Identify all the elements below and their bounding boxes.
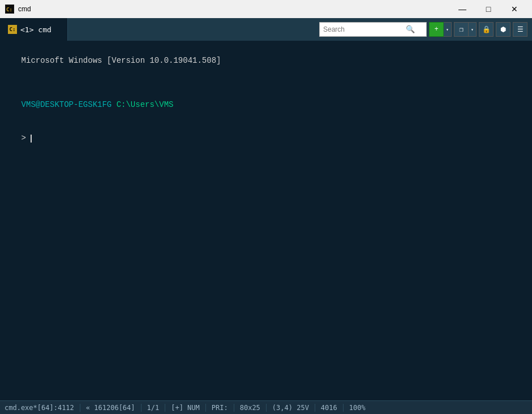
- status-file: cmd.exe*[64]:4112: [5, 404, 80, 412]
- status-mem: 4016: [315, 404, 344, 412]
- add-tab-button[interactable]: +: [429, 22, 444, 37]
- terminal-cursor: [31, 135, 32, 143]
- title-bar: C: cmd — □ ✕: [0, 0, 532, 18]
- add-tab-dropdown[interactable]: ▾: [444, 22, 452, 37]
- search-input[interactable]: [323, 25, 402, 33]
- line-input: >: [2, 122, 530, 155]
- status-zoom: 100%: [344, 404, 371, 412]
- search-icon: 🔍: [405, 24, 416, 35]
- status-bar: cmd.exe*[64]:4112 « 161206[64] 1/1 [+] N…: [0, 400, 532, 414]
- tab-spacer: [68, 18, 315, 41]
- close-button[interactable]: ✕: [501, 0, 527, 18]
- minimize-button[interactable]: —: [449, 0, 475, 18]
- split-panel-button[interactable]: ⬢: [496, 22, 510, 37]
- status-size: 80x25: [234, 404, 267, 412]
- terminal-body[interactable]: Microsoft Windows [Version 10.0.19041.50…: [0, 41, 532, 400]
- tab-cmd[interactable]: C: <1> cmd: [0, 18, 68, 41]
- status-pos1: « 161206[64]: [80, 404, 141, 412]
- window-button[interactable]: ❐: [454, 22, 469, 37]
- svg-text:C:: C:: [6, 7, 12, 12]
- status-pri: PRI:: [206, 404, 234, 412]
- line-version: Microsoft Windows [Version 10.0.19041.50…: [2, 44, 530, 77]
- status-mode: [+] NUM: [165, 404, 206, 412]
- maximize-button[interactable]: □: [475, 0, 501, 18]
- menu-button[interactable]: ☰: [513, 22, 527, 37]
- terminal-path: C:\Users\VMS: [111, 100, 173, 109]
- status-coord: (3,4) 25V: [267, 404, 315, 412]
- add-tab-group: + ▾: [429, 22, 452, 37]
- window-btn-group: ❐ ▾: [454, 22, 477, 37]
- line-prompt: VMS@DESKTOP-EGSK1FG C:\Users\VMS: [2, 88, 530, 122]
- window-controls: — □ ✕: [449, 0, 527, 18]
- tab-cmd-icon: C:: [8, 25, 17, 34]
- window-dropdown[interactable]: ▾: [469, 22, 477, 37]
- app-icon: C:: [5, 4, 15, 14]
- tab-toolbar: 🔍 + ▾ ❐ ▾ 🔒 ⬢ ☰: [315, 18, 532, 41]
- tab-cmd-label: <1> cmd: [20, 25, 52, 34]
- tab-bar: C: <1> cmd 🔍 + ▾ ❐ ▾ 🔒 ⬢ ☰: [0, 18, 532, 41]
- terminal-user: VMS@DESKTOP-EGSK1FG: [22, 100, 112, 109]
- status-pos2: 1/1: [141, 404, 166, 412]
- lock-button[interactable]: 🔒: [479, 22, 494, 37]
- line-blank: [2, 77, 530, 89]
- window-title: cmd: [18, 5, 446, 13]
- search-box[interactable]: 🔍: [319, 22, 427, 37]
